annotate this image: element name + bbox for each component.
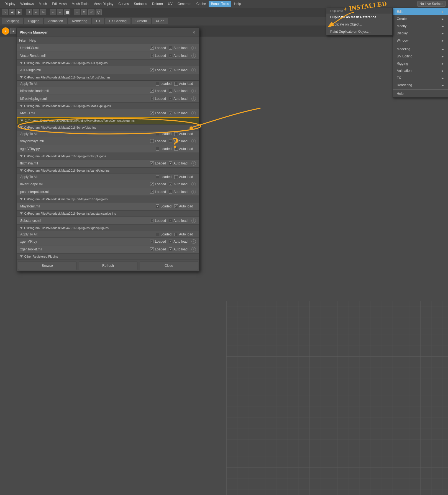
cb-pose-auto[interactable] [169,190,172,194]
tab-rigging[interactable]: Rigging [24,18,43,24]
pm-browse-btn[interactable]: Browse [18,261,76,270]
cb-maya-auto[interactable] [174,204,178,208]
cb-invert-loaded[interactable] [150,182,154,186]
toolbar-paint-btn[interactable]: ⬤ [64,9,70,15]
toolbar-forward-btn[interactable]: ▶ [16,9,22,15]
section-substance[interactable]: C:/Program Files/Autodesk/Maya2016.5/plu… [17,210,199,217]
bonus-menu-display[interactable]: Display ▶ [393,30,448,37]
cb-xgen-all-loaded[interactable] [156,233,159,236]
toolbar-rotate2-btn[interactable]: ⊙ [81,9,87,15]
toolbar-scale-btn[interactable]: ⤢ [88,9,94,15]
menu-mesh[interactable]: Mesh [37,1,49,7]
cb-vectorrender-loaded[interactable] [150,54,154,57]
menu-display[interactable]: Display [2,1,17,7]
cb-vray-auto[interactable] [169,139,172,143]
pm-refresh-btn[interactable]: Refresh [79,261,137,270]
info-vectorrender[interactable]: i [191,54,196,58]
cb-group-maya-auto[interactable]: Auto load [174,204,193,208]
section-bonus[interactable]: C:/ProgramData/Autodesk/ApplicationPlugi… [17,117,199,124]
cb-group-pose-auto[interactable]: Auto load [169,190,188,194]
tab-fx-caching[interactable]: FX Caching [105,18,130,24]
bonus-menu-fx[interactable]: FX ▶ [393,74,448,82]
info-invertshape[interactable]: i [191,182,196,186]
pm-menubar[interactable]: Filter Help [17,37,199,44]
info-mash[interactable]: i [191,111,196,115]
cb-xgenmr-auto[interactable] [169,240,172,243]
info-fbxmaya[interactable]: i [191,161,196,166]
cb-xgenvray-auto[interactable] [174,147,178,151]
cb-vray-all-auto[interactable] [174,132,178,136]
cb-group-invert-auto[interactable]: Auto load [169,182,188,186]
cb-xgen-all-auto[interactable] [174,233,178,236]
cb-group-atf-auto[interactable]: Auto load [169,68,188,72]
cb-group-bifrostvis-auto[interactable]: Auto load [169,97,188,101]
bonus-dropdown-menu[interactable]: Edit ▶ Create ▶ Modify ▶ Display ▶ Windo… [393,8,448,98]
cb-group-maya-loaded[interactable]: Loaded [156,204,171,208]
tab-sculpting[interactable]: Sculpting [2,18,23,24]
cb-group-vray-loaded[interactable]: Loaded [150,139,166,143]
cb-group-substance-loaded[interactable]: Loaded [150,219,166,223]
bonus-menu-uv-editing[interactable]: UV Editing ▶ [393,53,448,60]
cb-vray-all-loaded[interactable] [156,132,159,136]
cb-xgenvray-loaded[interactable] [156,147,159,151]
cb-group-unfold3d-loaded[interactable]: Loaded [150,46,166,50]
cb-group-vray-all-auto[interactable]: Auto load [174,132,193,136]
icon-shape-btn[interactable]: ▲ [10,28,16,34]
toolbar-home-btn[interactable]: ⌂ [2,9,8,15]
info-xgenmr[interactable]: i [191,239,196,244]
menu-help[interactable]: Help [232,1,243,7]
cb-vray-loaded[interactable] [150,139,154,143]
cb-group-mash-loaded[interactable]: Loaded [150,111,166,115]
cb-fbx-loaded[interactable] [150,161,154,165]
cb-group-xgenmr-loaded[interactable]: Loaded [150,240,166,243]
cb-group-xgenvray-loaded[interactable]: Loaded [156,147,171,151]
info-xgentoolkit[interactable]: i [191,247,196,252]
cb-unfold3d-loaded[interactable] [150,46,154,50]
menu-deform[interactable]: Deform [150,1,165,7]
section-other[interactable]: Other Registered Plugins [17,253,199,260]
info-poseinterp[interactable]: i [191,190,196,194]
cb-group-xgen-all-auto[interactable]: Auto load [174,232,193,236]
cb-bifrostvis-auto[interactable] [169,97,172,100]
cb-group-vray-all-loaded[interactable]: Loaded [156,132,171,136]
menu-edit-mesh[interactable]: Edit Mesh [50,1,69,7]
info-atfplugin[interactable]: i [191,68,196,72]
cb-xgenmr-loaded[interactable] [150,240,154,243]
menu-cache[interactable]: Cache [194,1,208,7]
toolbar-rotate-btn[interactable]: ↺ [26,9,32,15]
bonus-menu-help[interactable]: Help [393,90,448,97]
cb-group-fbx-loaded[interactable]: Loaded [150,161,166,165]
cb-group-mash-auto[interactable]: Auto load [169,111,188,115]
menu-uv[interactable]: UV [166,1,175,7]
cb-group-vectorrender-auto[interactable]: Auto load [169,54,188,58]
info-unfold3d[interactable]: i [191,46,196,50]
tab-animation[interactable]: Animation [44,18,67,24]
menu-generate[interactable]: Generate [175,1,194,7]
cb-group-invert-loaded[interactable]: Loaded [150,182,166,186]
cb-maya-loaded[interactable] [156,204,159,208]
cb-group-camd-all-auto[interactable]: Auto load [174,175,193,179]
section-atf[interactable]: C:/Program Files/Autodesk/Maya2016.5/plu… [17,60,199,66]
cb-group-atf-loaded[interactable]: Loaded [150,68,166,72]
cb-group-vectorrender-loaded[interactable]: Loaded [150,54,166,58]
cb-vectorrender-auto[interactable] [169,54,172,57]
tab-xgen[interactable]: XGen [152,18,168,24]
cb-mash-auto[interactable] [169,111,172,115]
cb-pose-loaded[interactable] [150,190,154,194]
bonus-menu-rigging[interactable]: Rigging ▶ [393,60,448,67]
pm-close-btn[interactable]: ✕ [191,30,196,35]
tab-fx[interactable]: FX [92,18,104,24]
cb-substance-loaded[interactable] [150,219,154,222]
icon-sphere-btn[interactable]: ● [2,27,9,35]
cb-group-bifrostshell-loaded[interactable]: Loaded [150,89,166,93]
cb-xgentk-auto[interactable] [169,247,172,251]
cb-group-xgentk-loaded[interactable]: Loaded [150,247,166,251]
toolbar-select-btn[interactable]: ✦ [50,9,56,15]
info-bifrostvis[interactable]: i [191,97,196,101]
section-vray[interactable]: C:/Program Files/Autodesk/Maya2016.5/vra… [17,124,199,131]
cb-group-substance-auto[interactable]: Auto load [169,219,188,223]
cb-group-bifrost-all-loaded[interactable]: Loaded [156,82,171,86]
cb-group-xgenmr-auto[interactable]: Auto load [169,240,188,243]
pm-close-footer-btn[interactable]: Close [140,261,198,270]
tab-custom[interactable]: Custom [132,18,151,24]
